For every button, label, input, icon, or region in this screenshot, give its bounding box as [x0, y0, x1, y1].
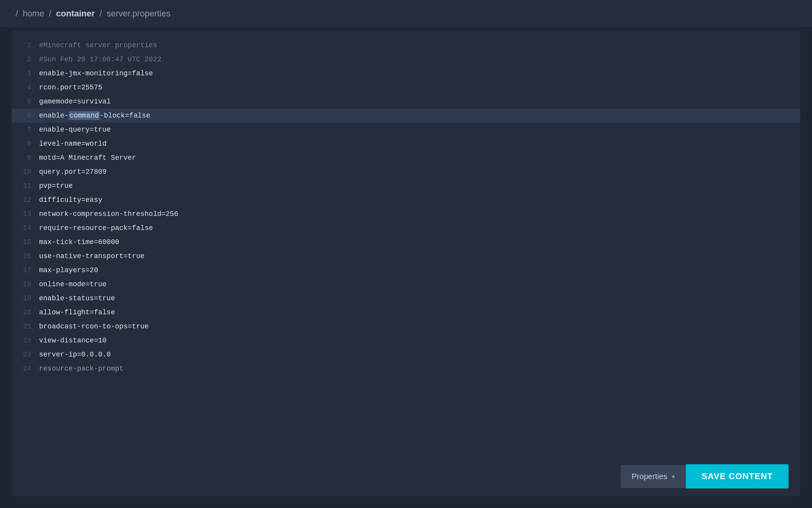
line-number-20: 20 [12, 308, 39, 316]
line-number-18: 18 [12, 280, 39, 288]
code-line-17: 17max-players=20 [12, 263, 800, 277]
save-content-button[interactable]: SAVE CONTENT [686, 464, 789, 488]
line-content-9: motd=A Minecraft Server [39, 154, 800, 162]
code-line-18: 18online-mode=true [12, 277, 800, 291]
code-line-7: 7enable-query=true [12, 123, 800, 137]
code-line-23: 23server-ip=0.0.0.0 [12, 348, 800, 362]
line-content-19: enable-status=true [39, 294, 800, 302]
line-content-3: enable-jmx-monitoring=false [39, 70, 800, 77]
line-content-16: use-native-transport=true [39, 252, 800, 260]
code-line-14: 14require-resource-pack=false [12, 221, 800, 235]
properties-label: Properties [632, 472, 667, 481]
code-line-19: 19enable-status=true [12, 291, 800, 305]
line-number-6: 6 [12, 112, 39, 119]
code-line-20: 20allow-flight=false [12, 305, 800, 319]
line-content-18: online-mode=true [39, 280, 800, 288]
breadcrumb-home[interactable]: home [23, 9, 44, 19]
code-line-12: 12difficulty=easy [12, 193, 800, 207]
code-line-21: 21broadcast-rcon-to-ops=true [12, 319, 800, 333]
line-content-10: query.port=27809 [39, 168, 800, 176]
breadcrumb-slash1: / [16, 9, 18, 19]
breadcrumb-container[interactable]: container [56, 9, 95, 19]
code-line-3: 3enable-jmx-monitoring=false [12, 66, 800, 80]
code-area[interactable]: 1#Minecraft server properties2#Sun Feb 2… [12, 30, 800, 496]
line-number-24: 24 [12, 365, 39, 373]
line-content-23: server-ip=0.0.0.0 [39, 351, 800, 358]
line-content-15: max-tick-time=60000 [39, 238, 800, 246]
line-number-17: 17 [12, 266, 39, 274]
code-line-9: 9motd=A Minecraft Server [12, 151, 800, 165]
line-content-17: max-players=20 [39, 266, 800, 274]
code-line-16: 16use-native-transport=true [12, 249, 800, 263]
line-content-14: require-resource-pack=false [39, 224, 800, 232]
line-content-24: resource-pack-prompt [39, 365, 800, 373]
line-number-11: 11 [12, 182, 39, 190]
line-content-5: gamemode=survival [39, 98, 800, 105]
line-number-9: 9 [12, 154, 39, 162]
chevron-down-icon: ▾ [672, 473, 675, 480]
editor-container: 1#Minecraft server properties2#Sun Feb 2… [12, 30, 800, 496]
code-line-2: 2#Sun Feb 20 17:00:47 UTC 2022 [12, 52, 800, 66]
line-content-21: broadcast-rcon-to-ops=true [39, 323, 800, 330]
line-content-13: network-compression-threshold=256 [39, 210, 800, 218]
line-number-23: 23 [12, 351, 39, 358]
code-line-6: 6enable-command-block=false [12, 109, 800, 123]
code-line-1: 1#Minecraft server properties [12, 38, 800, 52]
breadcrumb-sep3: / [97, 9, 104, 19]
line-number-15: 15 [12, 238, 39, 246]
line-content-20: allow-flight=false [39, 308, 800, 316]
line-number-12: 12 [12, 196, 39, 204]
line-content-8: level-name=world [39, 140, 800, 148]
line-content-12: difficulty=easy [39, 196, 800, 204]
line-content-2: #Sun Feb 20 17:00:47 UTC 2022 [39, 55, 800, 63]
line-content-11: pvp=true [39, 182, 800, 190]
top-bar: / home / container / server.properties [0, 0, 812, 27]
breadcrumb-sep2: / [46, 9, 54, 19]
code-line-4: 4rcon.port=25575 [12, 80, 800, 94]
line-number-3: 3 [12, 70, 39, 77]
bottom-bar: Properties ▾ SAVE CONTENT [609, 456, 800, 496]
line-number-13: 13 [12, 210, 39, 218]
line-content-1: #Minecraft server properties [39, 41, 800, 49]
code-line-10: 10query.port=27809 [12, 165, 800, 179]
code-line-8: 8level-name=world [12, 137, 800, 151]
code-line-22: 22view-distance=10 [12, 333, 800, 348]
code-line-15: 15max-tick-time=60000 [12, 235, 800, 249]
line-content-7: enable-query=true [39, 126, 800, 134]
line-number-2: 2 [12, 55, 39, 63]
line-number-22: 22 [12, 337, 39, 344]
line-content-22: view-distance=10 [39, 337, 800, 344]
line-number-14: 14 [12, 224, 39, 232]
line-number-7: 7 [12, 126, 39, 134]
line-number-16: 16 [12, 252, 39, 260]
properties-dropdown[interactable]: Properties ▾ [621, 465, 686, 488]
line-number-4: 4 [12, 84, 39, 91]
line-content-4: rcon.port=25575 [39, 84, 800, 91]
line-number-21: 21 [12, 323, 39, 330]
line-number-19: 19 [12, 294, 39, 302]
breadcrumb: / home / container / server.properties [16, 9, 171, 19]
breadcrumb-file: server.properties [107, 9, 171, 19]
line-number-8: 8 [12, 140, 39, 148]
highlighted-word: command [69, 111, 100, 120]
code-line-13: 13network-compression-threshold=256 [12, 207, 800, 221]
line-number-1: 1 [12, 41, 39, 49]
code-line-11: 11pvp=true [12, 179, 800, 193]
line-content-6: enable-command-block=false [39, 112, 800, 119]
code-line-24: 24resource-pack-prompt [12, 362, 800, 376]
line-number-5: 5 [12, 98, 39, 105]
line-number-10: 10 [12, 168, 39, 176]
code-line-5: 5gamemode=survival [12, 94, 800, 109]
